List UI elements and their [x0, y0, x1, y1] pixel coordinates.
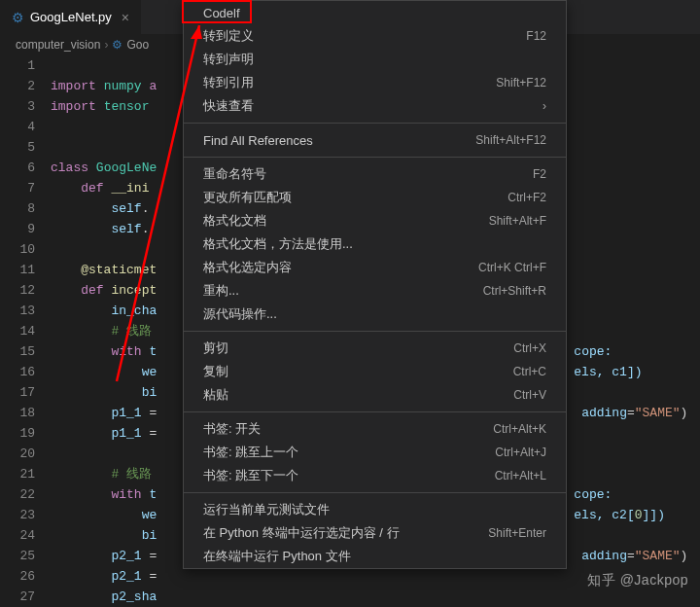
python-icon: ⚙ — [12, 10, 24, 25]
menu-bookmark-prev[interactable]: 书签: 跳至上一个Ctrl+Alt+J — [184, 441, 566, 464]
menu-separator — [184, 157, 566, 158]
file-tab[interactable]: ⚙ GoogLeNet.py × — [0, 0, 142, 34]
menu-run-cell-test[interactable]: 运行当前单元测试文件 — [184, 498, 566, 521]
menu-rename[interactable]: 重命名符号F2 — [184, 162, 566, 186]
menu-separator — [184, 411, 566, 412]
menu-go-definition[interactable]: 转到定义F12 — [184, 24, 566, 48]
menu-run-python-file[interactable]: 在终端中运行 Python 文件 — [184, 545, 566, 568]
line-gutter: 1234 5678 9101112 13141516 17181920 2122… — [0, 55, 51, 607]
close-icon[interactable]: × — [122, 10, 129, 25]
menu-separator — [184, 492, 566, 493]
chevron-right-icon: › — [104, 38, 108, 52]
menu-paste[interactable]: 粘贴Ctrl+V — [184, 383, 566, 407]
menu-source-actions[interactable]: 源代码操作... — [184, 303, 566, 326]
menu-go-declaration[interactable]: 转到声明 — [184, 48, 566, 71]
menu-separator — [184, 123, 566, 124]
menu-peek[interactable]: 快速查看› — [184, 94, 566, 118]
menu-format-doc-with[interactable]: 格式化文档，方法是使用... — [184, 232, 566, 256]
menu-go-references[interactable]: 转到引用Shift+F12 — [184, 71, 566, 94]
context-menu: Codelf 转到定义F12 转到声明 转到引用Shift+F12 快速查看› … — [183, 0, 567, 569]
menu-run-selection-python[interactable]: 在 Python 终端中运行选定内容 / 行Shift+Enter — [184, 521, 566, 545]
menu-change-all[interactable]: 更改所有匹配项Ctrl+F2 — [184, 186, 566, 209]
menu-refactor[interactable]: 重构...Ctrl+Shift+R — [184, 279, 566, 303]
breadcrumb-file[interactable]: Goo — [126, 38, 149, 52]
python-icon: ⚙ — [112, 38, 122, 52]
menu-separator — [184, 331, 566, 332]
breadcrumb-root[interactable]: computer_vision — [16, 38, 100, 52]
menu-format-selection[interactable]: 格式化选定内容Ctrl+K Ctrl+F — [184, 256, 566, 279]
tab-filename: GoogLeNet.py — [30, 10, 112, 24]
menu-cut[interactable]: 剪切Ctrl+X — [184, 337, 566, 360]
menu-format-doc[interactable]: 格式化文档Shift+Alt+F — [184, 209, 566, 232]
menu-codelf[interactable]: Codelf — [184, 1, 566, 24]
menu-find-all-references[interactable]: Find All ReferencesShift+Alt+F12 — [184, 128, 566, 152]
watermark: 知乎 @Jackpop — [587, 572, 688, 589]
menu-copy[interactable]: 复制Ctrl+C — [184, 360, 566, 383]
menu-bookmark-next[interactable]: 书签: 跳至下一个Ctrl+Alt+L — [184, 464, 566, 487]
menu-bookmark-toggle[interactable]: 书签: 开关Ctrl+Alt+K — [184, 417, 566, 441]
